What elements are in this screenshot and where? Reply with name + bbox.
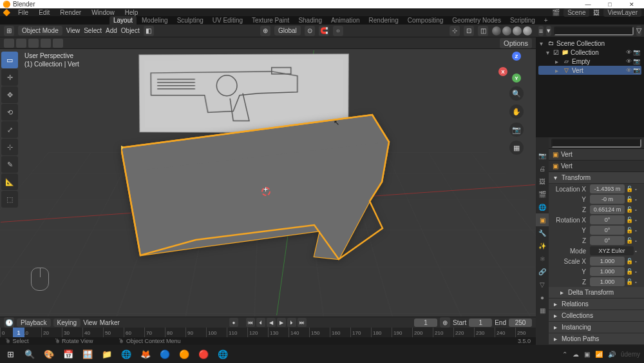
timeline-ruler[interactable]: 1 01020304050607080901001101201301401501…: [0, 328, 536, 337]
menu-edit[interactable]: Edit: [36, 9, 52, 16]
field-rotation-x[interactable]: 0°: [590, 215, 625, 224]
timeline-keying[interactable]: Keying: [53, 319, 81, 327]
workspace-layout[interactable]: Layout: [109, 16, 137, 25]
tool-rotate[interactable]: ⟲: [1, 104, 18, 121]
field-location-z[interactable]: 0.65124 m: [590, 205, 625, 214]
gizmo-toggle-icon[interactable]: ⊹: [450, 26, 460, 36]
3d-viewport[interactable]: User Perspective (1) Collection | Vert ▭…: [0, 49, 536, 317]
tool-annotate[interactable]: ✎: [1, 156, 18, 173]
workspace-shading[interactable]: Shading: [294, 16, 326, 25]
window-close[interactable]: ✕: [622, 0, 641, 8]
prop-tab-output[interactable]: 🖨: [536, 162, 549, 175]
field-location-y[interactable]: -0 m: [590, 195, 625, 204]
prop-tab-world[interactable]: 🌐: [536, 201, 549, 213]
keyframe-dot-icon[interactable]: •: [635, 228, 641, 233]
timeline-editor-icon[interactable]: 🕐: [4, 317, 14, 328]
taskbar-chrome-2[interactable]: 🌐: [216, 348, 229, 360]
tool-cursor[interactable]: ✛: [1, 69, 18, 86]
shading-wireframe[interactable]: [492, 26, 501, 35]
shading-rendered[interactable]: [523, 26, 532, 35]
properties-datablock[interactable]: Vert: [561, 162, 573, 170]
xray-icon[interactable]: ◫: [478, 26, 488, 36]
navigation-gizmo[interactable]: Z X Y: [501, 52, 532, 83]
section-collections[interactable]: ▸Collections: [549, 310, 644, 322]
eye-icon[interactable]: 👁: [626, 67, 632, 74]
workspace-compositing[interactable]: Compositing: [404, 16, 448, 25]
field-scale-y[interactable]: 1.000: [590, 267, 625, 276]
tray-wifi-icon[interactable]: 📶: [595, 351, 603, 358]
keyframe-dot-icon[interactable]: •: [635, 197, 641, 202]
tray-app-icon[interactable]: ▣: [584, 351, 590, 358]
start-frame-field[interactable]: 1: [469, 319, 492, 327]
workspace-geonodes[interactable]: Geometry Nodes: [448, 16, 505, 25]
lock-icon[interactable]: 🔓: [626, 196, 634, 202]
prop-tab-object[interactable]: ▣: [536, 213, 549, 226]
section-instancing[interactable]: ▸Instancing: [549, 322, 644, 333]
outliner-display-icon[interactable]: ▾: [546, 26, 551, 36]
tray-cloud-icon[interactable]: ☁: [573, 351, 579, 358]
playhead[interactable]: 1: [13, 328, 24, 337]
tool-select-box[interactable]: ▭: [1, 52, 18, 68]
nav-axis-y[interactable]: Y: [512, 74, 521, 83]
workspace-add[interactable]: +: [540, 16, 552, 25]
tool-move[interactable]: ✥: [1, 86, 18, 103]
overlay-toggle-icon[interactable]: ⊡: [464, 26, 474, 36]
outliner-item-vert[interactable]: ▸ ▽ Vert 👁📷: [538, 66, 641, 75]
taskbar-app-4[interactable]: 🔵: [158, 348, 171, 360]
section-delta-transform[interactable]: ▸Delta Transform: [549, 287, 644, 299]
prop-tab-material[interactable]: ●: [536, 291, 549, 304]
menu-help[interactable]: Help: [122, 9, 141, 16]
properties-search[interactable]: [551, 139, 641, 148]
keyframe-dot-icon[interactable]: •: [635, 186, 641, 192]
snap-icon[interactable]: 🧲: [319, 26, 329, 36]
menu-render[interactable]: Render: [57, 9, 84, 16]
field-rotation-y[interactable]: 0°: [590, 226, 625, 235]
prop-tab-particles[interactable]: ✨: [536, 239, 549, 252]
outliner-item-empty[interactable]: ▸ ▱ Empty 👁📷: [538, 57, 641, 66]
workspace-modeling[interactable]: Modeling: [138, 16, 172, 25]
mode-selector[interactable]: Object Mode: [18, 26, 62, 35]
play-reverse-icon[interactable]: ◀: [267, 318, 276, 327]
field-location-x[interactable]: -1.4393 m: [590, 184, 625, 193]
outliner-scene-collection[interactable]: ▾ 🗀 Scene Collection: [538, 39, 641, 48]
prop-tab-render[interactable]: 📷: [536, 149, 549, 162]
lock-icon[interactable]: 🔓: [626, 268, 634, 275]
lock-icon[interactable]: 🔓: [626, 186, 634, 192]
editor-type-icon[interactable]: ⊞: [4, 26, 14, 36]
section-relations[interactable]: ▸Relations: [549, 299, 644, 310]
render-icon[interactable]: 📷: [633, 58, 640, 64]
shading-modes[interactable]: [492, 26, 532, 35]
taskbar-firefox[interactable]: 🦊: [139, 348, 152, 360]
menu-view[interactable]: View: [66, 27, 80, 34]
selector-1[interactable]: [4, 39, 14, 48]
eye-icon[interactable]: 👁: [626, 49, 632, 55]
outliner-collection[interactable]: ▾ ☑ 📁 Collection 👁📷: [538, 48, 641, 57]
tool-scale[interactable]: ⤢: [1, 121, 18, 138]
properties-object-name[interactable]: Vert: [561, 151, 573, 158]
pivot-icon[interactable]: ⊙: [305, 26, 315, 36]
taskbar-blender[interactable]: 🟠: [178, 348, 191, 360]
selector-3[interactable]: [28, 39, 39, 48]
menu-object[interactable]: Object: [121, 27, 140, 34]
shading-material[interactable]: [513, 26, 522, 35]
scene-selector[interactable]: Scene: [564, 8, 589, 17]
prop-tab-constraints[interactable]: 🔗: [536, 265, 549, 278]
menu-window[interactable]: Window: [89, 9, 117, 16]
proportional-icon[interactable]: ○: [333, 26, 343, 36]
field-scale-z[interactable]: 1.000: [590, 277, 625, 286]
taskbar-app-5[interactable]: 🔴: [197, 348, 210, 360]
window-minimize[interactable]: —: [578, 0, 598, 8]
tray-volume-icon[interactable]: 🔊: [608, 351, 616, 358]
orientation-icon[interactable]: ⊕: [260, 26, 270, 36]
options-button[interactable]: Options: [500, 38, 532, 48]
lock-icon[interactable]: 🔓: [626, 279, 634, 285]
lock-icon[interactable]: 🔓: [626, 217, 634, 223]
outliner-editor-icon[interactable]: ≡: [538, 26, 544, 36]
keyframe-dot-icon[interactable]: •: [635, 259, 641, 264]
render-icon[interactable]: 📷: [633, 49, 640, 55]
selector-4[interactable]: [41, 39, 51, 48]
render-icon[interactable]: 📷: [633, 67, 640, 74]
taskbar-chrome[interactable]: 🌐: [120, 348, 133, 360]
zoom-icon[interactable]: 🔍: [509, 86, 524, 101]
eye-icon[interactable]: 👁: [626, 58, 632, 64]
